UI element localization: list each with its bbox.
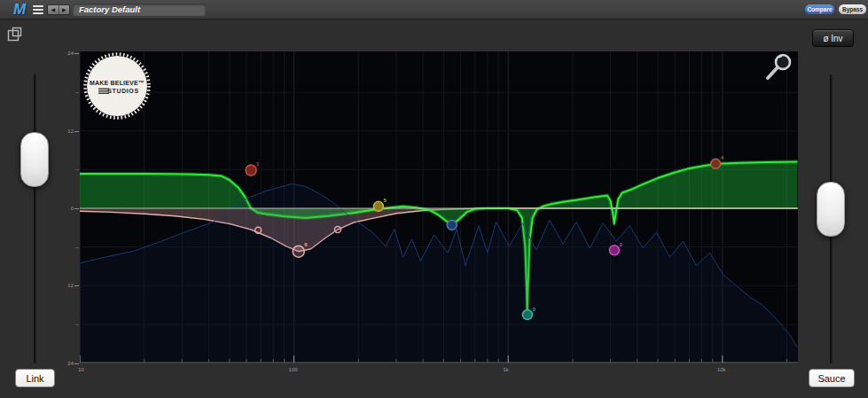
plugin-window: M ◀ ▶ Factory Default Compare Bypass ø I… — [0, 0, 868, 398]
y-axis-tick — [74, 53, 79, 54]
y-axis-tick — [74, 208, 79, 209]
eq-band-handle[interactable] — [522, 310, 532, 320]
compare-button[interactable]: Compare — [805, 4, 834, 14]
sauce-button[interactable]: Sauce — [809, 369, 855, 387]
left-fader-thumb[interactable] — [20, 132, 49, 187]
bypass-button[interactable]: Bypass — [839, 4, 866, 14]
badge-line2: STUDIOS — [107, 88, 138, 94]
y-axis-tick — [74, 363, 79, 364]
resize-window-icon[interactable] — [6, 27, 22, 43]
x-axis-label: 10 — [78, 367, 84, 372]
eq-band-number: 1 — [256, 161, 260, 167]
eq-band-number: 4 — [721, 155, 724, 160]
y-axis-tick — [75, 247, 79, 248]
y-axis-label: 24 — [61, 51, 74, 56]
preset-next-button[interactable]: ▶ — [59, 5, 70, 14]
title-bar: M ◀ ▶ Factory Default Compare Bypass — [0, 0, 868, 20]
y-axis-tick — [74, 285, 79, 286]
eq-graph-panel[interactable]: 165324MAKE BELIEVE™STUDIOS — [80, 51, 798, 363]
preset-nav-group: ◀ ▶ — [47, 4, 70, 15]
eq-band-handle[interactable] — [447, 220, 457, 230]
y-axis-label: 12 — [61, 129, 74, 134]
badge-line1: MAKE BELIEVE™ — [90, 80, 145, 86]
y-axis-label: 12 — [61, 283, 74, 288]
x-axis-label: 10k — [717, 367, 726, 372]
eq-band-handle[interactable] — [711, 159, 721, 168]
x-axis-label: 100 — [289, 367, 298, 372]
eq-band-number: 5 — [383, 198, 387, 203]
eq-graph[interactable]: 165324MAKE BELIEVE™STUDIOS — [80, 51, 798, 363]
menu-icon[interactable] — [33, 5, 43, 14]
phase-invert-button[interactable]: ø Inv — [812, 29, 854, 47]
y-axis-tick — [74, 131, 79, 132]
eq-band-handle[interactable] — [293, 246, 304, 257]
y-axis-label: 24 — [61, 361, 74, 366]
y-axis-label: 0 — [61, 206, 74, 211]
y-axis-tick — [75, 324, 79, 325]
preset-name-field[interactable]: Factory Default — [73, 4, 206, 16]
left-fader-track[interactable] — [34, 74, 36, 363]
right-fader-thumb[interactable] — [817, 182, 845, 237]
y-axis-tick — [75, 92, 79, 93]
eq-band-handle[interactable] — [373, 201, 383, 211]
eq-band-handle[interactable] — [609, 246, 619, 255]
eq-band-handle[interactable] — [246, 165, 256, 176]
y-axis-tick — [75, 169, 79, 170]
brand-logo-icon: M — [13, 1, 26, 19]
studio-logo-badge: MAKE BELIEVE™STUDIOS — [85, 54, 149, 118]
preset-prev-button[interactable]: ◀ — [48, 5, 59, 14]
link-button[interactable]: Link — [15, 369, 55, 387]
x-axis-label: 1k — [503, 367, 508, 372]
